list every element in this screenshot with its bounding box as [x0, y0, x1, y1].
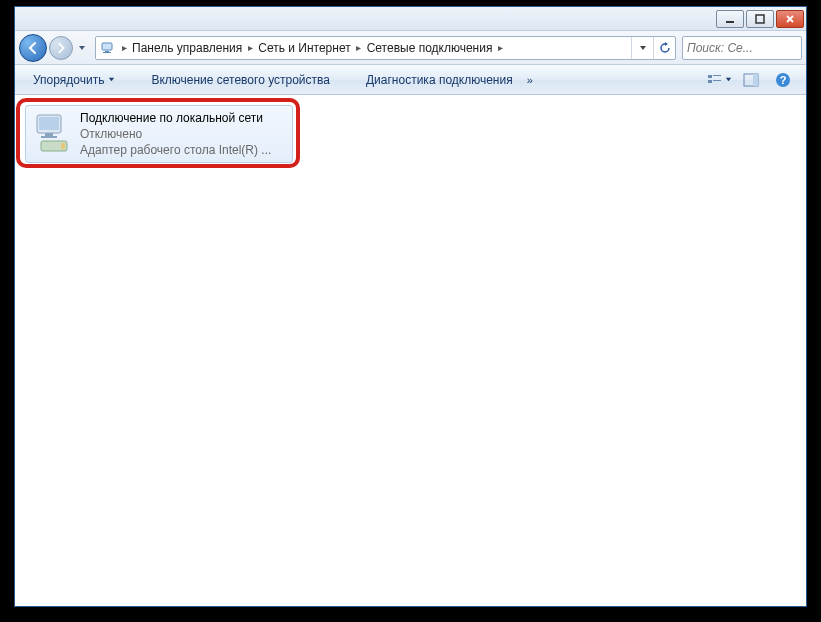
- svg-rect-3: [105, 51, 109, 52]
- breadcrumb-network-connections[interactable]: Сетевые подключения: [365, 37, 495, 59]
- search-box[interactable]: [682, 36, 802, 60]
- organize-label: Упорядочить: [33, 73, 104, 87]
- chevron-down-icon: [108, 76, 115, 83]
- view-options-button[interactable]: [706, 69, 732, 91]
- svg-rect-18: [61, 143, 65, 149]
- svg-rect-5: [708, 75, 712, 78]
- back-button[interactable]: [19, 34, 47, 62]
- chevron-down-icon: [725, 76, 732, 83]
- connection-item-lan[interactable]: Подключение по локальной сети Отключено …: [25, 105, 293, 163]
- navigation-bar: ▸ Панель управления ▸ Сеть и Интернет ▸ …: [15, 31, 806, 65]
- forward-button[interactable]: [49, 36, 73, 60]
- address-dropdown[interactable]: [631, 37, 653, 59]
- network-adapter-icon: [30, 110, 76, 156]
- svg-rect-2: [102, 43, 112, 50]
- refresh-button[interactable]: [653, 37, 675, 59]
- svg-rect-4: [103, 52, 111, 53]
- connection-device: Адаптер рабочего стола Intel(R) ...: [80, 142, 271, 158]
- command-bar: Упорядочить Включение сетевого устройств…: [15, 65, 806, 95]
- diagnose-button[interactable]: Диагностика подключения: [358, 69, 521, 91]
- chevron-right-icon[interactable]: ▸: [494, 42, 506, 53]
- chevron-right-icon[interactable]: ▸: [244, 42, 256, 53]
- breadcrumb-network-internet[interactable]: Сеть и Интернет: [256, 37, 352, 59]
- toolbar-overflow[interactable]: »: [521, 74, 539, 86]
- recent-pages-dropdown[interactable]: [75, 38, 89, 58]
- svg-rect-8: [713, 80, 721, 81]
- explorer-window: ▸ Панель управления ▸ Сеть и Интернет ▸ …: [14, 6, 807, 607]
- svg-text:?: ?: [780, 74, 787, 86]
- svg-rect-15: [45, 133, 53, 136]
- enable-device-button[interactable]: Включение сетевого устройства: [143, 69, 338, 91]
- close-button[interactable]: [776, 10, 804, 28]
- help-button[interactable]: ?: [770, 69, 796, 91]
- svg-rect-6: [713, 75, 721, 76]
- chevron-right-icon[interactable]: ▸: [118, 42, 130, 53]
- chevron-right-icon[interactable]: ▸: [353, 42, 365, 53]
- svg-rect-10: [753, 74, 758, 86]
- content-area: Подключение по локальной сети Отключено …: [15, 95, 806, 606]
- preview-pane-button[interactable]: [738, 69, 764, 91]
- svg-rect-14: [39, 117, 59, 130]
- connection-text: Подключение по локальной сети Отключено …: [80, 110, 271, 158]
- breadcrumb-control-panel[interactable]: Панель управления: [130, 37, 244, 59]
- maximize-button[interactable]: [746, 10, 774, 28]
- svg-rect-0: [726, 21, 734, 23]
- enable-device-label: Включение сетевого устройства: [151, 73, 330, 87]
- svg-rect-1: [756, 15, 764, 23]
- diagnose-label: Диагностика подключения: [366, 73, 513, 87]
- network-connections-icon: [98, 38, 118, 58]
- minimize-button[interactable]: [716, 10, 744, 28]
- search-input[interactable]: [687, 41, 797, 55]
- title-bar: [15, 7, 806, 31]
- organize-menu[interactable]: Упорядочить: [25, 69, 123, 91]
- connection-title: Подключение по локальной сети: [80, 110, 271, 126]
- address-bar[interactable]: ▸ Панель управления ▸ Сеть и Интернет ▸ …: [95, 36, 676, 60]
- connection-status: Отключено: [80, 126, 271, 142]
- svg-rect-16: [41, 136, 57, 138]
- svg-rect-7: [708, 80, 712, 83]
